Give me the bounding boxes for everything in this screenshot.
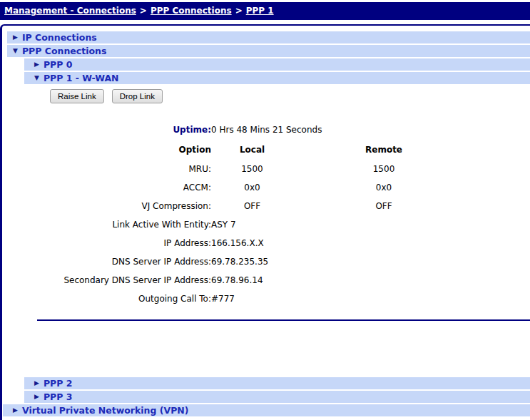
row-label: ACCM: <box>2 178 211 197</box>
section-label: PPP 0 <box>44 59 73 70</box>
section-header-ppp2[interactable]: ▶ PPP 2 <box>24 377 530 389</box>
row-label: MRU: <box>2 160 211 178</box>
section-header-ppp3[interactable]: ▶ PPP 3 <box>24 391 530 403</box>
column-header-local: Local <box>211 139 293 160</box>
row-remote-value: 0x0 <box>293 178 474 197</box>
breadcrumb-link-ppp-connections[interactable]: PPP Connections <box>151 6 232 16</box>
section-header-ppp0[interactable]: ▶ PPP 0 <box>24 58 530 71</box>
chevron-right-icon[interactable]: ▶ <box>34 394 39 400</box>
table-row: DNS Server IP Address: 69.78.235.35 <box>2 252 474 271</box>
breadcrumb-link-ppp-1[interactable]: PPP 1 <box>246 6 274 16</box>
section-header-ip-connections[interactable]: ▶ IP Connections <box>7 31 530 43</box>
chevron-down-icon[interactable]: ▼ <box>34 75 39 81</box>
uptime-row: Uptime: 0 Hrs 48 Mins 21 Seconds <box>2 121 474 139</box>
row-label: Outgoing Call To: <box>2 290 211 308</box>
drop-link-button[interactable]: Drop Link <box>112 89 163 103</box>
section-label: IP Connections <box>22 32 97 43</box>
row-local-value: 1500 <box>211 160 293 178</box>
row-label: Secondary DNS Server IP Address: <box>2 271 211 290</box>
table-row: Secondary DNS Server IP Address: 69.78.9… <box>2 271 474 290</box>
breadcrumb-separator: > <box>140 6 147 16</box>
chevron-right-icon[interactable]: ▶ <box>34 61 39 68</box>
chevron-down-icon[interactable]: ▼ <box>13 48 18 54</box>
breadcrumb-link-management-connections[interactable]: Management - Connections <box>4 6 136 16</box>
chevron-right-icon[interactable]: ▶ <box>13 407 18 414</box>
ppp1-status-table: Uptime: 0 Hrs 48 Mins 21 Seconds Option … <box>2 121 474 308</box>
row-local-value: OFF <box>211 197 293 215</box>
row-remote-value: 1500 <box>293 160 474 178</box>
section-header-ppp1[interactable]: ▼ PPP 1 - W-WAN <box>24 72 530 84</box>
chevron-right-icon[interactable]: ▶ <box>13 34 18 41</box>
table-row: IP Address: 166.156.X.X <box>2 234 474 252</box>
section-label: PPP 2 <box>44 378 73 389</box>
row-value: 69.78.96.14 <box>211 271 474 290</box>
table-header-row: Option Local Remote <box>2 139 474 160</box>
section-label: PPP 3 <box>44 391 73 402</box>
ppp1-button-row: Raise LinkDrop Link <box>50 89 530 103</box>
row-value: 166.156.X.X <box>211 234 474 252</box>
table-row: VJ Compression: OFF OFF <box>2 197 474 215</box>
spacer <box>2 321 530 377</box>
row-label: Link Active With Entity: <box>2 215 211 234</box>
row-local-value: 0x0 <box>211 178 293 197</box>
chevron-right-icon[interactable]: ▶ <box>34 380 39 386</box>
row-value: 69.78.235.35 <box>211 252 474 271</box>
row-value: #777 <box>211 290 474 308</box>
uptime-label: Uptime: <box>2 121 211 139</box>
content-frame: ▶ IP Connections ▼ PPP Connections ▶ PPP… <box>0 24 530 420</box>
table-row: Link Active With Entity: ASY 7 <box>2 215 474 234</box>
table-row: MRU: 1500 1500 <box>2 160 474 178</box>
uptime-value: 0 Hrs 48 Mins 21 Seconds <box>211 121 474 139</box>
raise-link-button[interactable]: Raise Link <box>50 89 104 103</box>
section-label: PPP 1 - W-WAN <box>44 73 119 83</box>
section-label: Virtual Private Networking (VPN) <box>22 405 189 416</box>
section-header-vpn[interactable]: ▶ Virtual Private Networking (VPN) <box>3 404 530 416</box>
section-label: PPP Connections <box>22 46 106 56</box>
row-label: DNS Server IP Address: <box>2 252 211 271</box>
column-header-option: Option <box>2 139 211 160</box>
row-remote-value: OFF <box>293 197 474 215</box>
breadcrumb: Management - Connections>PPP Connections… <box>0 2 530 20</box>
breadcrumb-separator: > <box>235 6 243 16</box>
row-label: IP Address: <box>2 234 211 252</box>
row-label: VJ Compression: <box>2 197 211 215</box>
table-row: ACCM: 0x0 0x0 <box>2 178 474 197</box>
column-header-remote: Remote <box>293 139 474 160</box>
section-header-ppp-connections[interactable]: ▼ PPP Connections <box>7 45 530 57</box>
ppp1-panel: Raise LinkDrop Link Uptime: 0 Hrs 48 Min… <box>2 89 530 321</box>
table-row: Outgoing Call To: #777 <box>2 290 474 308</box>
row-value: ASY 7 <box>211 215 474 234</box>
